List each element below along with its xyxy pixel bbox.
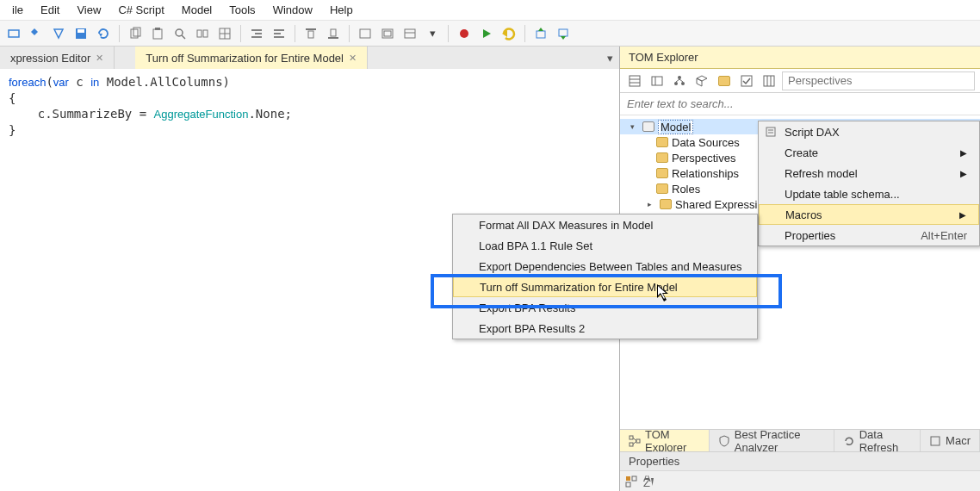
svg-rect-63 <box>626 482 630 487</box>
grid-icon[interactable] <box>214 23 235 44</box>
btab-bpa[interactable]: Best Practice Analyzer <box>710 430 834 451</box>
view-tree-icon[interactable] <box>670 71 689 90</box>
tab-overflow-icon[interactable]: ▾ <box>600 47 619 69</box>
svg-line-48 <box>679 79 683 82</box>
ctx-macros[interactable]: Macros ▶ <box>759 204 979 225</box>
close-icon[interactable]: ✕ <box>96 53 103 64</box>
script-icon <box>764 125 778 139</box>
svg-rect-26 <box>331 29 336 36</box>
shield-icon <box>718 435 730 447</box>
svg-line-11 <box>182 35 185 39</box>
macro-format-dax[interactable]: Format All DAX Measures in Model <box>453 214 757 235</box>
svg-line-47 <box>676 79 679 82</box>
collapse-icon[interactable]: ▾ <box>630 122 639 131</box>
menu-window[interactable]: Window <box>264 2 321 18</box>
perspectives-input[interactable] <box>782 71 975 90</box>
svg-rect-35 <box>537 31 545 38</box>
explorer-bottom-tabs: TOM Explorer Best Practice Analyzer Data… <box>620 429 980 451</box>
view-compact-icon[interactable] <box>648 71 667 90</box>
categorize-icon[interactable] <box>625 475 637 488</box>
svg-rect-27 <box>360 29 370 38</box>
separator <box>119 25 120 42</box>
export-icon[interactable] <box>553 23 574 44</box>
menu-tools[interactable]: Tools <box>220 2 264 18</box>
svg-marker-2 <box>54 29 63 38</box>
tree-label: Roles <box>672 183 700 196</box>
menu-view[interactable]: View <box>68 2 109 18</box>
open-icon[interactable] <box>26 23 47 44</box>
folder-icon <box>660 199 672 209</box>
ctx-label: Turn off Summarization for Entire Model <box>480 281 678 294</box>
panel2-icon[interactable] <box>377 23 398 44</box>
btab-refresh[interactable]: Data Refresh <box>834 430 921 451</box>
import-icon[interactable] <box>530 23 551 44</box>
tab-expression-editor[interactable]: xpression Editor ✕ <box>0 47 115 69</box>
search-icon[interactable] <box>170 23 190 44</box>
view-cube-icon[interactable] <box>692 71 711 90</box>
menu-edit[interactable]: Edit <box>32 2 68 18</box>
macro-load-bpa[interactable]: Load BPA 1.1 Rule Set <box>453 235 757 256</box>
expand-icon[interactable]: ▸ <box>648 200 656 208</box>
ctx-script-dax[interactable]: Script DAX <box>759 121 979 142</box>
connect-icon[interactable] <box>3 23 24 44</box>
indent-icon[interactable] <box>246 23 267 44</box>
ctx-shortcut: Alt+Enter <box>900 229 967 242</box>
macro-export-bpa[interactable]: Export BPA Results <box>453 297 757 318</box>
svg-rect-67 <box>766 127 775 136</box>
view-columns-icon[interactable] <box>760 71 778 90</box>
dropdown-icon[interactable]: ▾ <box>422 23 443 44</box>
ctx-create[interactable]: Create ▶ <box>759 142 979 163</box>
copy-icon[interactable] <box>125 23 146 44</box>
properties-title: Properties <box>620 451 980 470</box>
explorer-search-input[interactable] <box>620 93 980 115</box>
svg-line-58 <box>633 438 636 441</box>
paste-icon[interactable] <box>147 23 168 44</box>
menu-help[interactable]: Help <box>321 2 362 18</box>
btab-macros[interactable]: Macr <box>921 430 980 451</box>
sort-icon[interactable]: AZ <box>642 475 654 488</box>
align-bottom-icon[interactable] <box>323 23 344 44</box>
folder-icon[interactable] <box>715 71 734 90</box>
refresh-icon[interactable] <box>93 23 114 44</box>
menu-bar: ile Edit View C# Script Model Tools Wind… <box>0 0 980 21</box>
ctx-properties[interactable]: Properties Alt+Enter <box>759 225 979 246</box>
tree-icon <box>629 435 641 447</box>
tab-macro[interactable]: Turn off Summarization for Entire Model … <box>135 47 368 69</box>
outdent-icon[interactable] <box>269 23 289 44</box>
menu-model[interactable]: Model <box>173 2 220 18</box>
record-icon[interactable] <box>454 23 474 44</box>
properties-toolbar: AZ <box>620 470 980 491</box>
menu-file[interactable]: ile <box>3 2 32 18</box>
ctx-refresh-model[interactable]: Refresh model ▶ <box>759 163 979 183</box>
align-top-icon[interactable] <box>301 23 321 44</box>
svg-rect-55 <box>630 436 633 439</box>
macro-export-deps[interactable]: Export Dependencies Between Tables and M… <box>453 256 757 277</box>
tab-label: Data Refresh <box>859 428 911 454</box>
undo-script-icon[interactable] <box>499 23 519 44</box>
tree-label: Perspectives <box>672 152 735 165</box>
context-menu-macros: Format All DAX Measures in Model Load BP… <box>452 214 758 339</box>
macro-export-bpa-2[interactable]: Export BPA Results 2 <box>453 318 757 339</box>
svg-marker-5 <box>99 34 102 37</box>
svg-marker-66 <box>651 478 654 486</box>
play-icon[interactable] <box>476 23 497 44</box>
tree-label: Model <box>658 120 693 134</box>
macro-turn-off-summarization[interactable]: Turn off Summarization for Entire Model <box>453 277 757 297</box>
toggle-icon[interactable] <box>192 23 213 44</box>
view-list-icon[interactable] <box>625 71 644 90</box>
save-icon[interactable] <box>71 23 91 44</box>
deploy-icon[interactable] <box>48 23 69 44</box>
ctx-update-schema[interactable]: Update table schema... <box>759 183 979 204</box>
editor-tabstrip: xpression Editor ✕ Turn off Summarizatio… <box>0 47 619 69</box>
panel3-icon[interactable] <box>400 23 420 44</box>
panel1-icon[interactable] <box>355 23 375 44</box>
tree-label: Relationships <box>672 167 739 180</box>
folder-icon <box>656 168 668 178</box>
close-icon[interactable]: ✕ <box>349 53 357 64</box>
menu-script[interactable]: C# Script <box>109 2 172 18</box>
btab-tom-explorer[interactable]: TOM Explorer <box>620 430 710 451</box>
ctx-label: Update table schema... <box>785 188 900 201</box>
explorer-title: TOM Explorer <box>620 47 980 69</box>
view-check-icon[interactable] <box>737 71 756 90</box>
ctx-label: Create <box>785 146 818 159</box>
